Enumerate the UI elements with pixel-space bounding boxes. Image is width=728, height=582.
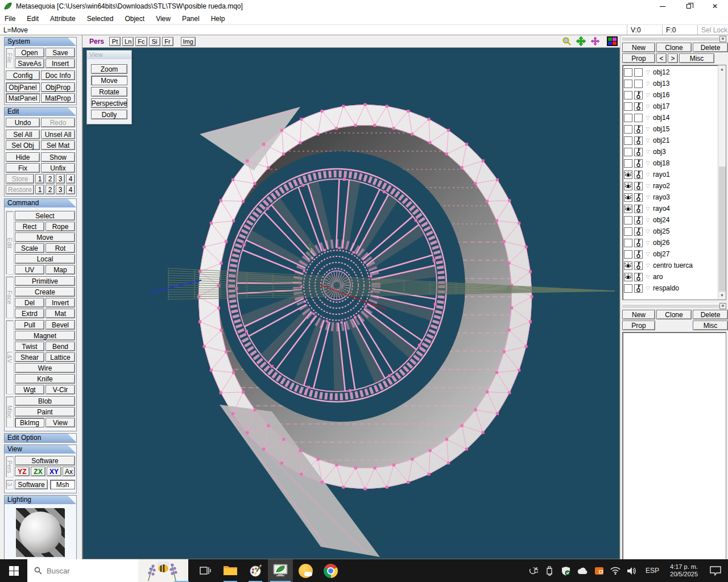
rect-command[interactable]: Rect bbox=[15, 222, 44, 231]
scroll-up-icon[interactable]: ▲ bbox=[718, 65, 726, 73]
object-name[interactable]: rayo4 bbox=[653, 205, 670, 213]
floating-view-palette[interactable]: View ZoomMoveRotatePerspectiveDolly bbox=[86, 50, 132, 124]
sel-obj-button[interactable]: Sel Obj bbox=[6, 140, 40, 150]
expand-icon[interactable]: ▽ bbox=[644, 183, 651, 189]
visibility-checkbox[interactable] bbox=[624, 250, 632, 259]
bend-command[interactable]: Bend bbox=[46, 342, 75, 351]
visibility-checkbox[interactable] bbox=[624, 273, 632, 281]
saveas-button[interactable]: SaveAs bbox=[15, 59, 44, 68]
object-clone-button[interactable]: Clone bbox=[656, 43, 692, 52]
edit-option-panel-header[interactable]: Edit Option bbox=[5, 434, 76, 442]
rot-command[interactable]: Rot bbox=[46, 243, 75, 253]
object-row[interactable]: ▽obj16 bbox=[624, 89, 726, 101]
visibility-checkbox[interactable] bbox=[624, 216, 632, 225]
view-command[interactable]: View bbox=[46, 418, 75, 427]
mat-command[interactable]: Mat bbox=[46, 309, 75, 318]
show-button[interactable]: Show bbox=[41, 152, 75, 162]
material-delete-button[interactable]: Delete bbox=[693, 310, 728, 319]
bkimg-command[interactable]: BkImg bbox=[15, 418, 44, 427]
object-row[interactable]: ▽obj13 bbox=[624, 78, 726, 89]
restore-button[interactable] bbox=[676, 0, 702, 13]
object-name[interactable]: aro bbox=[653, 273, 663, 281]
object-name[interactable]: obj26 bbox=[653, 239, 669, 247]
material-misc-button[interactable]: Misc bbox=[693, 321, 728, 330]
lock-checkbox[interactable] bbox=[634, 216, 643, 225]
task-view-button[interactable] bbox=[193, 559, 218, 582]
file-explorer-button[interactable] bbox=[218, 559, 243, 582]
object-name[interactable]: rayo1 bbox=[653, 171, 670, 178]
menu-item-view[interactable]: View bbox=[156, 15, 171, 23]
expand-icon[interactable]: ▽ bbox=[644, 206, 651, 211]
expand-icon[interactable]: ▽ bbox=[644, 103, 651, 109]
visibility-checkbox[interactable] bbox=[624, 205, 632, 213]
start-button[interactable] bbox=[0, 559, 27, 582]
twist-command[interactable]: Twist bbox=[15, 342, 44, 351]
visibility-checkbox[interactable] bbox=[624, 182, 632, 190]
lock-checkbox[interactable] bbox=[634, 193, 643, 202]
vclr-command[interactable]: V-Clr bbox=[46, 385, 75, 394]
shear-command[interactable]: Shear bbox=[15, 352, 44, 362]
menu-item-object[interactable]: Object bbox=[125, 15, 144, 23]
config-button[interactable]: Config bbox=[6, 70, 40, 80]
object-row[interactable]: ▽obj18 bbox=[624, 157, 726, 169]
visibility-checkbox[interactable] bbox=[624, 193, 632, 202]
metasequoia-taskbar-button[interactable] bbox=[268, 559, 293, 582]
expand-icon[interactable]: ▽ bbox=[644, 263, 651, 268]
yz-view-button[interactable]: YZ bbox=[15, 467, 30, 476]
expand-icon[interactable]: ▽ bbox=[644, 126, 651, 132]
restore-slot-4[interactable]: 4 bbox=[66, 185, 75, 194]
scroll-down-icon[interactable]: ▼ bbox=[718, 292, 726, 300]
object-name[interactable]: obj12 bbox=[653, 68, 669, 76]
lock-checkbox[interactable] bbox=[634, 125, 643, 134]
xy-view-button[interactable]: XY bbox=[47, 467, 61, 476]
lock-checkbox[interactable] bbox=[634, 136, 643, 145]
visibility-checkbox[interactable] bbox=[624, 239, 632, 247]
hide-button[interactable]: Hide bbox=[6, 152, 40, 162]
zoom-tool-icon[interactable] bbox=[562, 36, 572, 46]
store-button[interactable]: Store bbox=[6, 174, 34, 184]
object-row[interactable]: ▽obj27 bbox=[624, 248, 726, 260]
expand-icon[interactable]: ▽ bbox=[644, 81, 651, 86]
expand-icon[interactable]: ▽ bbox=[644, 69, 651, 75]
wire-command[interactable]: Wire bbox=[15, 363, 75, 373]
command-panel-header[interactable]: Command bbox=[5, 199, 76, 207]
rotate-tool-icon[interactable] bbox=[590, 36, 600, 46]
visibility-checkbox[interactable] bbox=[624, 261, 632, 270]
expand-icon[interactable]: ▽ bbox=[644, 285, 651, 291]
material-list[interactable] bbox=[622, 332, 726, 562]
store-slot-2[interactable]: 2 bbox=[46, 174, 55, 184]
object-name[interactable]: obj14 bbox=[653, 114, 669, 122]
object-list-scrollbar[interactable]: ▲ ▼ bbox=[718, 65, 726, 300]
fix-button[interactable]: Fix bbox=[6, 163, 40, 173]
objpanel-button[interactable]: ObjPanel bbox=[6, 82, 40, 92]
software-render2-button[interactable]: Software bbox=[15, 480, 48, 489]
minimize-button[interactable] bbox=[650, 0, 676, 13]
taskbar-search-box[interactable] bbox=[27, 559, 188, 582]
object-next-button[interactable]: > bbox=[668, 53, 678, 63]
volume-tray-icon[interactable] bbox=[626, 567, 638, 575]
rope-command[interactable]: Rope bbox=[46, 222, 75, 231]
expand-icon[interactable]: ▽ bbox=[644, 217, 651, 223]
lattice-command[interactable]: Lattice bbox=[46, 352, 75, 362]
undo-button[interactable]: Undo bbox=[6, 118, 40, 127]
lock-checkbox[interactable] bbox=[634, 284, 643, 293]
menu-item-panel[interactable]: Panel bbox=[182, 15, 200, 23]
store-slot-1[interactable]: 1 bbox=[35, 174, 44, 184]
language-indicator[interactable]: ESP bbox=[642, 567, 663, 575]
lock-checkbox[interactable] bbox=[634, 205, 643, 213]
lock-checkbox[interactable] bbox=[634, 68, 643, 77]
object-misc-button[interactable]: Misc bbox=[679, 53, 714, 63]
zx-view-button[interactable]: ZX bbox=[31, 467, 46, 476]
object-row[interactable]: ▽obj21 bbox=[624, 135, 726, 146]
visibility-checkbox[interactable] bbox=[624, 68, 632, 77]
object-row[interactable]: ▽obj17 bbox=[624, 101, 726, 112]
expand-icon[interactable]: ▽ bbox=[644, 160, 651, 166]
extrd-command[interactable]: Extrd bbox=[15, 309, 44, 318]
restore-slot-2[interactable]: 2 bbox=[46, 185, 55, 194]
scroll-thumb[interactable] bbox=[719, 167, 726, 297]
store-slot-3[interactable]: 3 bbox=[56, 174, 65, 184]
visibility-checkbox[interactable] bbox=[624, 136, 632, 145]
tab-fc[interactable]: Fc bbox=[135, 37, 147, 46]
object-panel-grip[interactable]: × bbox=[622, 36, 726, 42]
create-command[interactable]: Create bbox=[15, 287, 75, 297]
